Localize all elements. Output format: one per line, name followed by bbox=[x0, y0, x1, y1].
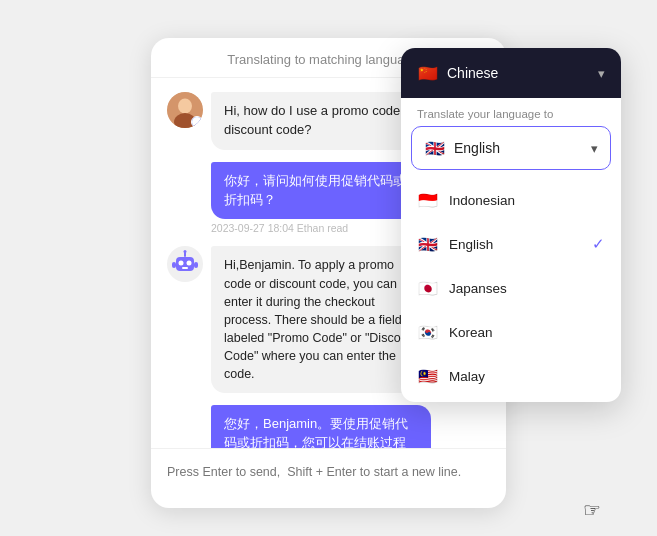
dd-item-label-english: English bbox=[449, 237, 582, 252]
bubble-outgoing-2: 您好，Benjamin。要使用促销代码或折扣码，您可以在结账过程中输入。应该有一… bbox=[211, 405, 431, 448]
dd-selected-translate[interactable]: 🇬🇧 English ▾ bbox=[411, 126, 611, 170]
dd-item-label-korean: Korean bbox=[449, 325, 605, 340]
dd-item-malay[interactable]: 🇲🇾 Malay bbox=[401, 354, 621, 398]
svg-point-10 bbox=[184, 250, 187, 253]
dd-item-japanese[interactable]: 🇯🇵 Japanses bbox=[401, 266, 621, 310]
dd-flag-korean: 🇰🇷 bbox=[417, 321, 439, 343]
dd-top-flag: 🇨🇳 bbox=[417, 62, 439, 84]
message-row-4: 您好，Benjamin。要使用促销代码或折扣码，您可以在结账过程中输入。应该有一… bbox=[167, 405, 490, 448]
dd-flag-malay: 🇲🇾 bbox=[417, 365, 439, 387]
dd-item-label-indonesian: Indonesian bbox=[449, 193, 605, 208]
chat-textarea[interactable] bbox=[167, 465, 490, 493]
svg-point-1 bbox=[178, 99, 192, 114]
dd-top-section: 🇨🇳 Chinese ▾ bbox=[401, 48, 621, 98]
bubble-incoming-1: Hi, how do I use a promo code or discoun… bbox=[211, 92, 431, 150]
svg-point-6 bbox=[179, 261, 184, 266]
dd-item-label-malay: Malay bbox=[449, 369, 605, 384]
dd-item-english[interactable]: 🇬🇧 English ✓ bbox=[401, 222, 621, 266]
bot-bubble-1: Hi,Benjamin. To apply a promo code or di… bbox=[211, 246, 431, 393]
svg-rect-8 bbox=[182, 267, 188, 269]
chat-input-area[interactable] bbox=[151, 448, 506, 508]
svg-rect-11 bbox=[172, 262, 176, 268]
svg-point-7 bbox=[187, 261, 192, 266]
language-dropdown-panel: 🇨🇳 Chinese ▾ Translate your language to … bbox=[401, 48, 621, 402]
dd-flag-indonesian: 🇮🇩 bbox=[417, 189, 439, 211]
cursor-pointer: ☞ bbox=[583, 498, 601, 522]
dd-flag-japanese: 🇯🇵 bbox=[417, 277, 439, 299]
svg-rect-12 bbox=[194, 262, 198, 268]
chevron-down-icon: ▾ bbox=[598, 66, 605, 81]
chevron-down-icon-2: ▾ bbox=[591, 141, 598, 156]
avatar bbox=[167, 92, 203, 128]
dd-item-label-japanese: Japanses bbox=[449, 281, 605, 296]
check-icon-english: ✓ bbox=[592, 235, 605, 253]
svg-point-3 bbox=[192, 117, 202, 127]
dd-selected-lang: English bbox=[454, 140, 583, 156]
dd-list: 🇮🇩 Indonesian 🇬🇧 English ✓ 🇯🇵 Japanses 🇰… bbox=[401, 174, 621, 402]
avatar-badge bbox=[191, 116, 203, 128]
dd-flag-english: 🇬🇧 bbox=[417, 233, 439, 255]
dd-selected-flag: 🇬🇧 bbox=[424, 137, 446, 159]
dd-subtitle: Translate your language to bbox=[401, 98, 621, 126]
dd-top-row[interactable]: 🇨🇳 Chinese ▾ bbox=[417, 62, 605, 84]
bot-avatar bbox=[167, 246, 203, 282]
dd-top-lang: Chinese bbox=[447, 65, 590, 81]
bubble-outgoing-1: 你好，请问如何使用促销代码或折扣码？ bbox=[211, 162, 431, 220]
dd-item-indonesian[interactable]: 🇮🇩 Indonesian bbox=[401, 178, 621, 222]
dd-item-korean[interactable]: 🇰🇷 Korean bbox=[401, 310, 621, 354]
